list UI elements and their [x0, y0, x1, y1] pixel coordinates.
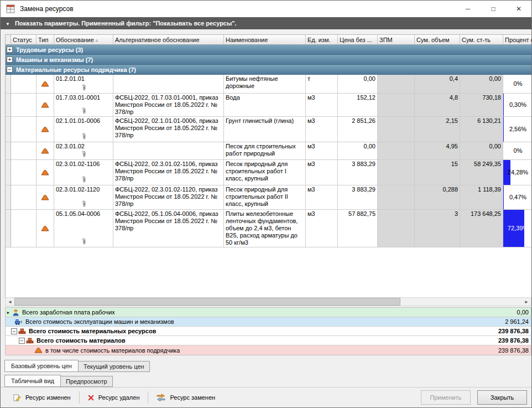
column-header-label: Ед. изм.: [307, 37, 331, 43]
percent-label: 0%: [514, 147, 523, 154]
justification-cell[interactable]: 02.3.01.02-1120: [54, 185, 113, 210]
scroll-left-icon[interactable]: ◄: [6, 298, 14, 306]
legend-label: Ресурс заменен: [170, 394, 215, 401]
percent-label: 24,28%: [508, 169, 528, 176]
group-row[interactable]: +Трудовые ресурсы (3): [6, 45, 531, 55]
justification-cell[interactable]: 01.2.01.01: [54, 75, 113, 94]
column-header[interactable]: Сум. объем: [415, 35, 460, 45]
column-header[interactable]: Цена без ...: [338, 35, 378, 45]
material-resource-icon: [41, 81, 49, 87]
summary-row[interactable]: Всего стоимость эксплуатации машин и мех…: [6, 317, 531, 327]
justification-cell[interactable]: 05.1.05.04-0006: [54, 210, 113, 247]
column-header[interactable]: Процент с...: [503, 35, 531, 45]
delete-icon: [88, 395, 94, 401]
price-level-tabs: Базовый уровень ценТекущий уровень цен: [5, 360, 531, 372]
summary-row[interactable]: ►Всего заработная плата рабочих0,00: [6, 308, 531, 317]
column-header[interactable]: Обоснование▵: [54, 35, 113, 45]
price-cell: 3 883,29: [338, 160, 378, 185]
price-level-tab[interactable]: Текущий уровень цен: [78, 361, 150, 372]
close-button[interactable]: Закрыть: [477, 390, 527, 405]
attachment-paperclip-icon[interactable]: [81, 238, 86, 246]
column-header[interactable]: Альтернативное обоснование: [113, 35, 224, 45]
row-selector[interactable]: [6, 117, 11, 142]
collapse-summary-icon[interactable]: −: [11, 328, 17, 334]
minimize-icon[interactable]: ─: [455, 1, 481, 17]
group-row[interactable]: +Машины и механизмы (7): [6, 55, 531, 65]
expand-group-icon[interactable]: +: [7, 47, 13, 53]
column-header[interactable]: Сум. ст-ть: [460, 35, 503, 45]
resource-row[interactable]: 02.3.01.02-1106ФСБЦ-2022, 02.3.01.02-110…: [6, 160, 531, 185]
price-cell: 2 851,26: [338, 117, 378, 142]
material-resource-icon: [41, 148, 49, 154]
column-header[interactable]: Статус: [11, 35, 36, 45]
group-row[interactable]: −Материальные ресурсы подрядчика (7): [6, 65, 531, 75]
volume-cell: 2,15: [415, 117, 460, 142]
row-selector[interactable]: [6, 142, 11, 160]
justification-cell[interactable]: 02.3.01.02: [54, 142, 113, 160]
justification-cell[interactable]: 02.1.01.01-0006: [54, 117, 113, 142]
attachment-paperclip-icon[interactable]: [81, 200, 86, 208]
column-header[interactable]: Ед. изм.: [306, 35, 338, 45]
justification-code: 05.1.05.04-0006: [56, 210, 100, 218]
row-selector[interactable]: [6, 75, 11, 94]
scrollbar-track[interactable]: [14, 298, 522, 306]
worker-icon: [12, 309, 19, 316]
type-cell: [36, 210, 54, 247]
row-selector[interactable]: [6, 94, 11, 117]
column-header[interactable]: Наименование: [224, 35, 306, 45]
collapse-arrow-icon[interactable]: ▼: [6, 22, 10, 27]
close-icon[interactable]: ✕: [506, 1, 531, 17]
column-header[interactable]: Тип: [36, 35, 54, 45]
alt-justification-cell: ФСБЦ-2022, 02.3.01.02-1120, приказ Минст…: [113, 185, 224, 210]
view-tab[interactable]: Предпросмотр: [60, 376, 113, 387]
resource-row[interactable]: 05.1.05.04-0006ФСБЦ-2022, 05.1.05.04-000…: [6, 210, 531, 247]
column-header[interactable]: ЗПМ: [378, 35, 415, 45]
status-cell: [11, 94, 36, 117]
percent-label: 0,47%: [509, 194, 526, 201]
volume-cell: 15: [415, 160, 460, 185]
resource-row[interactable]: 02.3.01.02-1120ФСБЦ-2022, 02.3.01.02-112…: [6, 185, 531, 210]
scroll-right-icon[interactable]: ►: [522, 298, 531, 306]
filter-bar[interactable]: ▼ Показать параметры. Примененный фильтр…: [1, 17, 531, 29]
column-header-label: Наименование: [226, 37, 268, 43]
column-header-label: ЗПМ: [379, 37, 393, 43]
apply-button[interactable]: Применить: [421, 390, 471, 405]
row-selector[interactable]: [6, 160, 11, 185]
material-icon: [34, 347, 43, 353]
unit-cell: т: [306, 75, 338, 94]
horizontal-scrollbar[interactable]: ◄ ►: [5, 297, 531, 306]
summary-row[interactable]: −Всего стоимость материальных ресурсов23…: [6, 327, 531, 336]
summary-row[interactable]: −Всего стоимость материалов239 876,38: [6, 336, 531, 345]
resource-row[interactable]: 01.2.01.01Битумы нефтяные дорожныет0,000…: [6, 75, 531, 94]
view-tab[interactable]: Табличный вид: [4, 375, 61, 387]
window-title: Замена ресурсов: [20, 5, 74, 13]
attachment-paperclip-icon[interactable]: [81, 84, 86, 92]
maximize-icon[interactable]: □: [481, 1, 506, 17]
price-level-tab[interactable]: Базовый уровень цен: [4, 360, 79, 372]
summary-row[interactable]: в том числе стоимость материалов подрядч…: [6, 345, 531, 355]
group-label: Материальные ресурсы подрядчика (7): [16, 66, 136, 73]
unit-cell: м3: [306, 94, 338, 117]
expand-group-icon[interactable]: +: [7, 56, 13, 63]
sort-ascending-icon: ▵: [96, 38, 98, 43]
type-cell: [36, 94, 54, 117]
attachment-paperclip-icon[interactable]: [81, 107, 86, 115]
scrollbar-thumb[interactable]: [14, 298, 400, 306]
unit-cell: м3: [306, 185, 338, 210]
resource-row[interactable]: 02.3.01.02Песок для строительных работ п…: [6, 142, 531, 160]
resource-row[interactable]: 02.1.01.01-0006ФСБЦ-2022, 02.1.01.01-000…: [6, 117, 531, 142]
collapse-group-icon[interactable]: −: [7, 66, 13, 73]
row-selector[interactable]: [6, 185, 11, 210]
price-cell: 0,00: [338, 142, 378, 160]
attachment-paperclip-icon[interactable]: [81, 151, 86, 158]
material-resource-icon: [41, 169, 49, 175]
resource-row[interactable]: 01.7.03.01-0001ФСБЦ-2022, 01.7.03.01-000…: [6, 94, 531, 117]
justification-cell[interactable]: 02.3.01.02-1106: [54, 160, 113, 185]
justification-cell[interactable]: 01.7.03.01-0001: [54, 94, 113, 117]
column-header-label: Сум. ст-ть: [462, 37, 491, 43]
bricks-icon: [26, 337, 34, 344]
attachment-paperclip-icon[interactable]: [81, 133, 86, 141]
row-selector[interactable]: [6, 210, 11, 247]
collapse-summary-icon[interactable]: −: [19, 338, 25, 344]
attachment-paperclip-icon[interactable]: [81, 176, 86, 184]
